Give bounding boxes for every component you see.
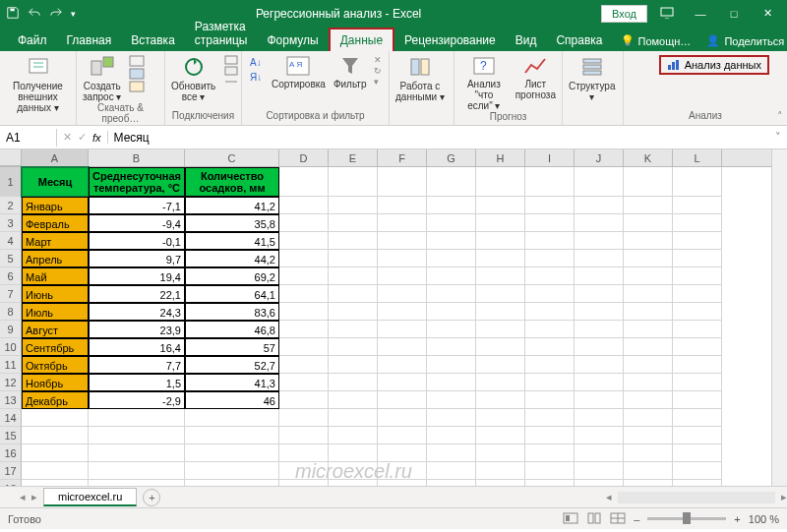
cell[interactable]: Количество осадков, мм [185, 167, 279, 197]
cell[interactable]: Среднесуточная температура, °C [89, 167, 185, 197]
cell[interactable]: Декабрь [22, 391, 89, 409]
cell[interactable] [476, 427, 525, 444]
cell[interactable] [476, 285, 525, 303]
cell[interactable] [427, 267, 476, 285]
cell[interactable] [575, 303, 624, 321]
cell[interactable] [279, 356, 329, 374]
cell[interactable] [525, 480, 575, 486]
redo-icon[interactable] [49, 6, 63, 22]
cell[interactable]: Май [22, 267, 89, 285]
cell[interactable] [279, 197, 329, 214]
cell[interactable] [378, 462, 427, 480]
cell[interactable] [476, 409, 525, 427]
share-button[interactable]: 👤Поделиться [698, 30, 787, 51]
cell[interactable] [624, 250, 673, 267]
cell[interactable] [329, 356, 378, 374]
cell[interactable] [427, 409, 476, 427]
cell[interactable] [279, 167, 329, 197]
tab-help[interactable]: Справка [546, 30, 612, 51]
cell[interactable] [575, 250, 624, 267]
cell[interactable] [624, 197, 673, 214]
sheet-tab[interactable]: microexcel.ru [43, 488, 137, 506]
refresh-all-button[interactable]: Обновить все ▾ [171, 55, 215, 102]
cell[interactable] [329, 232, 378, 250]
cell[interactable] [279, 214, 329, 232]
cell[interactable] [476, 303, 525, 321]
cell[interactable] [378, 427, 427, 444]
cell[interactable] [427, 444, 476, 462]
cell[interactable] [476, 250, 525, 267]
edit-links-icon[interactable] [223, 77, 239, 87]
cell[interactable] [476, 214, 525, 232]
whatif-button[interactable]: ?Анализ "что если" ▾ [460, 55, 508, 111]
data-tools-button[interactable]: Работа с данными ▾ [395, 55, 445, 102]
cell[interactable] [575, 167, 624, 197]
row-header[interactable]: 8 [0, 303, 22, 321]
cell[interactable] [624, 285, 673, 303]
cell[interactable] [185, 444, 279, 462]
cell[interactable]: 16,4 [89, 338, 185, 356]
cell[interactable] [378, 167, 427, 197]
close-icon[interactable]: ✕ [754, 7, 781, 20]
cell[interactable] [22, 480, 89, 486]
cell[interactable] [575, 321, 624, 338]
cell[interactable] [575, 409, 624, 427]
cell[interactable] [525, 232, 575, 250]
cell[interactable] [476, 444, 525, 462]
cell[interactable] [279, 321, 329, 338]
col-header-i[interactable]: I [525, 149, 575, 166]
formula-input[interactable] [108, 129, 769, 147]
login-button[interactable]: Вход [601, 5, 647, 23]
tab-pagelayout[interactable]: Разметка страницы [185, 16, 258, 51]
cell[interactable] [185, 462, 279, 480]
cell[interactable] [673, 444, 722, 462]
cell[interactable] [673, 409, 722, 427]
name-box[interactable]: A1 [0, 129, 57, 147]
cell[interactable] [378, 197, 427, 214]
zoom-level[interactable]: 100 % [749, 513, 779, 525]
cell[interactable] [476, 338, 525, 356]
cell[interactable] [329, 374, 378, 391]
recent-sources-icon[interactable] [129, 81, 145, 92]
cell[interactable] [185, 480, 279, 486]
cell[interactable] [525, 267, 575, 285]
sort-button[interactable]: А ЯСортировка [272, 55, 326, 89]
save-icon[interactable] [6, 6, 20, 22]
cell[interactable] [427, 197, 476, 214]
maximize-icon[interactable]: □ [720, 8, 748, 20]
cell[interactable] [22, 409, 89, 427]
cell[interactable] [525, 338, 575, 356]
show-queries-icon[interactable] [129, 55, 145, 67]
vertical-scrollbar[interactable] [771, 149, 787, 486]
get-external-data-button[interactable]: Получение внешних данных ▾ [6, 55, 70, 113]
cell[interactable] [378, 303, 427, 321]
cell[interactable] [427, 374, 476, 391]
cell[interactable] [673, 338, 722, 356]
tell-me[interactable]: 💡Помощн… [613, 30, 699, 51]
cell[interactable] [22, 462, 89, 480]
cell[interactable] [329, 427, 378, 444]
col-header-e[interactable]: E [329, 149, 378, 166]
cell[interactable] [624, 303, 673, 321]
cell[interactable] [673, 374, 722, 391]
cell[interactable] [279, 391, 329, 409]
col-header-a[interactable]: A [22, 149, 89, 166]
cell[interactable] [624, 444, 673, 462]
cell[interactable] [575, 267, 624, 285]
page-break-icon[interactable] [610, 512, 626, 526]
cell[interactable] [279, 250, 329, 267]
cell[interactable]: -7,1 [89, 197, 185, 214]
forecast-sheet-button[interactable]: Лист прогноза [515, 55, 556, 100]
cell[interactable]: 41,2 [185, 197, 279, 214]
tab-insert[interactable]: Вставка [121, 30, 185, 51]
cell[interactable] [575, 462, 624, 480]
cell[interactable] [673, 303, 722, 321]
cell[interactable] [378, 409, 427, 427]
row-header[interactable]: 14 [0, 409, 22, 427]
cell[interactable]: Июнь [22, 285, 89, 303]
row-header[interactable]: 18 [0, 480, 22, 486]
cell[interactable] [378, 338, 427, 356]
cell[interactable] [673, 462, 722, 480]
row-header[interactable]: 12 [0, 374, 22, 391]
row-header[interactable]: 16 [0, 444, 22, 462]
